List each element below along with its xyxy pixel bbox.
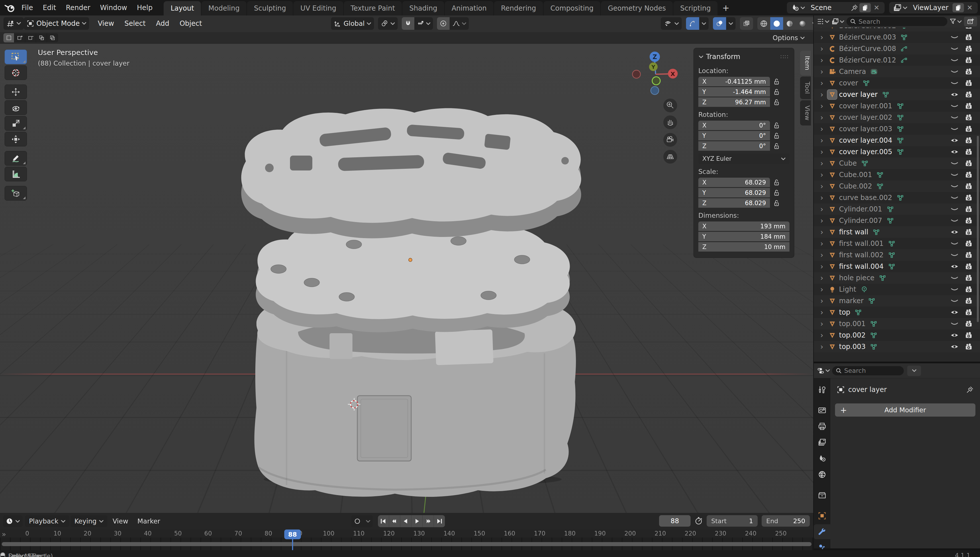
visibility-toggle[interactable] <box>950 80 959 86</box>
outliner-row[interactable]: › cover layer <box>814 89 980 100</box>
shading-rendered-button[interactable] <box>796 17 809 30</box>
play-reverse-button[interactable] <box>400 515 412 527</box>
render-visibility-toggle[interactable] <box>964 320 973 327</box>
scene-selector[interactable]: Scene ✕ <box>787 2 885 13</box>
visibility-toggle[interactable] <box>950 114 959 121</box>
expand-chevron[interactable]: › <box>818 125 825 133</box>
annotate-tool[interactable] <box>5 151 27 166</box>
menu-item[interactable]: Edit <box>38 4 61 12</box>
workspace-tab[interactable]: Shading <box>402 1 444 15</box>
outliner-row[interactable]: › Camera <box>814 66 980 77</box>
render-visibility-toggle[interactable] <box>964 125 973 132</box>
rotate-tool[interactable] <box>5 100 27 115</box>
render-visibility-toggle[interactable] <box>964 309 973 316</box>
expand-chevron[interactable]: › <box>818 343 825 350</box>
expand-chevron[interactable]: › <box>818 57 825 64</box>
visibility-toggle[interactable] <box>950 34 959 41</box>
filter-button[interactable] <box>950 18 962 25</box>
outliner-row[interactable]: › top.003 <box>814 341 980 352</box>
workspace-tab[interactable]: Sculpting <box>247 1 293 15</box>
collapse-chevron-icon[interactable] <box>699 55 703 58</box>
select-mode-invert[interactable] <box>36 33 47 42</box>
proportional-edit-toggle[interactable] <box>437 17 449 30</box>
gizmos-toggle[interactable] <box>686 17 699 30</box>
outliner-row[interactable]: › curve base.002 <box>814 192 980 204</box>
outliner-scrollbar[interactable] <box>977 136 979 322</box>
expand-chevron[interactable]: › <box>818 274 825 282</box>
panel-grip-icon[interactable]: ∷∷ <box>781 53 789 60</box>
options-button[interactable]: Options <box>770 33 807 42</box>
properties-options-dropdown[interactable] <box>907 366 921 376</box>
move-tool[interactable] <box>5 85 27 99</box>
outliner-row[interactable]: › cover layer.005 <box>814 146 980 158</box>
timeline-track-area[interactable] <box>0 537 813 550</box>
outliner-search[interactable] <box>847 17 947 26</box>
outliner-row[interactable]: › BézierCurve.002 <box>814 28 980 31</box>
render-visibility-toggle[interactable] <box>964 263 973 270</box>
render-visibility-toggle[interactable] <box>964 28 973 29</box>
visibility-toggle[interactable] <box>950 332 959 339</box>
timeline-scrollbar[interactable] <box>2 542 812 546</box>
timeline-menu-item[interactable]: Keying <box>70 515 107 527</box>
visibility-toggle[interactable] <box>950 195 959 201</box>
scale-field[interactable]: Z68.029 <box>698 198 770 208</box>
expand-chevron[interactable]: › <box>818 297 825 305</box>
visibility-toggle[interactable] <box>950 298 959 304</box>
visibility-toggle[interactable] <box>950 172 959 178</box>
expand-chevron[interactable]: › <box>818 28 825 29</box>
visibility-dropdown[interactable] <box>661 17 682 30</box>
timeline-ruler[interactable]: 0102030405060708090100110120130140150160… <box>0 529 813 537</box>
expand-chevron[interactable]: › <box>818 160 825 167</box>
render-visibility-toggle[interactable] <box>964 91 973 98</box>
outliner-row[interactable]: › cover layer.004 <box>814 135 980 146</box>
visibility-toggle[interactable] <box>950 103 959 109</box>
outliner-row[interactable]: › top.002 <box>814 329 980 341</box>
visibility-toggle[interactable] <box>950 240 959 247</box>
sidebar-tab[interactable]: Tool <box>800 77 811 99</box>
menu-item[interactable]: Help <box>132 4 158 12</box>
viewport-canvas[interactable]: User Perspective (88) Collection | cover… <box>0 44 813 513</box>
expand-chevron[interactable]: › <box>818 148 825 156</box>
pin-icon[interactable] <box>851 4 858 11</box>
pin-id-icon[interactable] <box>966 386 974 393</box>
expand-chevron[interactable]: › <box>818 34 825 41</box>
render-visibility-toggle[interactable] <box>964 275 973 281</box>
viewlayer-name[interactable]: ViewLayer <box>909 4 952 12</box>
dimension-field[interactable]: Y184 mm <box>698 232 790 241</box>
navigation-gizmo[interactable]: Z Y X <box>625 50 682 170</box>
proportional-falloff-dropdown[interactable] <box>449 17 469 30</box>
visibility-toggle[interactable] <box>950 160 959 166</box>
visibility-toggle[interactable] <box>950 68 959 75</box>
visibility-toggle[interactable] <box>950 149 959 155</box>
select-mode-set[interactable] <box>3 33 14 42</box>
expand-chevron[interactable]: › <box>818 182 825 190</box>
outliner-row[interactable]: › first wall.004 <box>814 261 980 272</box>
workspace-tab[interactable]: Compositing <box>544 1 600 15</box>
viewport-menu-item[interactable]: Add <box>151 20 174 28</box>
viewport-menu-item[interactable]: View <box>93 20 119 28</box>
visibility-toggle[interactable] <box>950 28 959 29</box>
timeline-editor-type-button[interactable] <box>3 515 23 527</box>
rotation-field[interactable]: X0° <box>698 121 770 130</box>
cursor-tool[interactable] <box>5 65 27 80</box>
play-button[interactable] <box>412 515 423 527</box>
render-visibility-toggle[interactable] <box>964 286 973 293</box>
workspace-tab[interactable]: Modeling <box>202 1 246 15</box>
outliner-row[interactable]: › cover layer.002 <box>814 112 980 123</box>
expand-chevron[interactable]: › <box>818 286 825 293</box>
mode-dropdown[interactable]: Object Mode <box>24 17 89 30</box>
outliner-editor-type-button[interactable] <box>817 18 829 25</box>
menu-item[interactable]: Window <box>95 4 132 12</box>
expand-chevron[interactable]: › <box>818 45 825 52</box>
expand-chevron[interactable]: › <box>818 171 825 179</box>
expand-chevron[interactable]: › <box>818 263 825 270</box>
xray-toggle[interactable] <box>740 17 753 30</box>
viewport-menu-item[interactable]: Select <box>119 20 151 28</box>
workspace-tab[interactable]: Geometry Nodes <box>601 1 672 15</box>
workspace-tab[interactable]: Scripting <box>673 1 718 15</box>
timeline-menu-item[interactable]: View <box>109 515 132 527</box>
location-field[interactable]: X-0.41125 mm <box>698 77 770 86</box>
workspace-tab[interactable]: Rendering <box>494 1 543 15</box>
outliner-row[interactable]: › cover layer.003 <box>814 123 980 135</box>
blender-logo-icon[interactable] <box>3 2 16 14</box>
